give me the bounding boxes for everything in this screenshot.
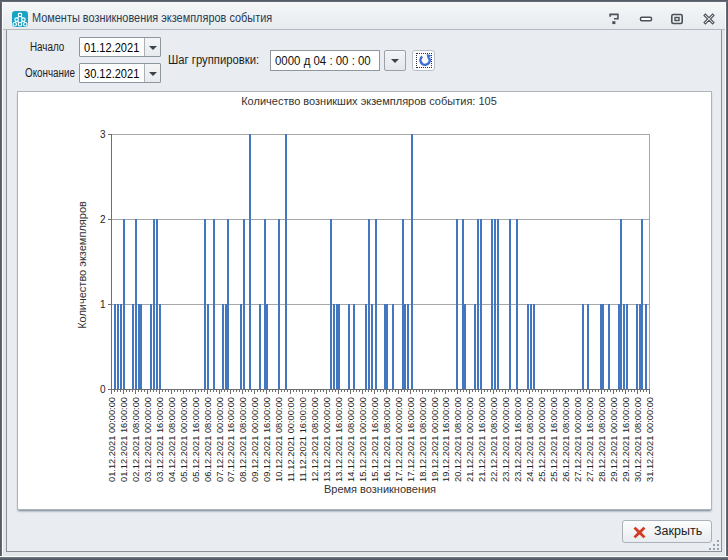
svg-text:1: 1 (100, 299, 106, 310)
svg-text:21.12.2021 00:00:00: 21.12.2021 00:00:00 (464, 397, 475, 482)
svg-text:28.12.2021 08:00:00: 28.12.2021 08:00:00 (596, 397, 607, 482)
svg-text:02.12.2021 08:00:00: 02.12.2021 08:00:00 (130, 397, 141, 482)
svg-text:11.12.2021 16:00:00: 11.12.2021 16:00:00 (297, 397, 308, 482)
svg-text:29.12.2021 16:00:00: 29.12.2021 16:00:00 (620, 397, 631, 482)
svg-text:12.12.2021 08:00:00: 12.12.2021 08:00:00 (309, 397, 320, 482)
svg-text:19.12.2021 16:00:00: 19.12.2021 16:00:00 (440, 397, 451, 482)
svg-text:Количество экземпляров: Количество экземпляров (76, 201, 88, 329)
svg-text:Время возникновения: Время возникновения (324, 483, 436, 495)
svg-text:0: 0 (100, 384, 106, 395)
svg-text:09.12.2021 00:00:00: 09.12.2021 00:00:00 (249, 397, 260, 482)
svg-text:2: 2 (100, 214, 106, 225)
svg-text:15.12.2021 00:00:00: 15.12.2021 00:00:00 (357, 397, 368, 482)
svg-text:06.12.2021 08:00:00: 06.12.2021 08:00:00 (202, 397, 213, 482)
svg-text:25.12.2021 00:00:00: 25.12.2021 00:00:00 (536, 397, 547, 482)
svg-text:07.12.2021 00:00:00: 07.12.2021 00:00:00 (214, 397, 225, 482)
svg-text:17.12.2021 00:00:00: 17.12.2021 00:00:00 (393, 397, 404, 482)
svg-text:03.12.2021 16:00:00: 03.12.2021 16:00:00 (154, 397, 165, 482)
svg-text:10.12.2021 08:00:00: 10.12.2021 08:00:00 (273, 397, 284, 482)
svg-text:11.12.2021 00:00:00: 11.12.2021 00:00:00 (285, 397, 296, 482)
svg-text:13.12.2021 00:00:00: 13.12.2021 00:00:00 (321, 397, 332, 482)
svg-text:04.12.2021 08:00:00: 04.12.2021 08:00:00 (166, 397, 177, 482)
svg-text:18.12.2021 08:00:00: 18.12.2021 08:00:00 (417, 397, 428, 482)
svg-text:27.12.2021 00:00:00: 27.12.2021 00:00:00 (572, 397, 583, 482)
svg-text:05.12.2021 00:00:00: 05.12.2021 00:00:00 (178, 397, 189, 482)
svg-text:22.12.2021 08:00:00: 22.12.2021 08:00:00 (488, 397, 499, 482)
svg-text:30.12.2021 08:00:00: 30.12.2021 08:00:00 (632, 397, 643, 482)
svg-text:17.12.2021 16:00:00: 17.12.2021 16:00:00 (405, 397, 416, 482)
svg-text:03.12.2021 00:00:00: 03.12.2021 00:00:00 (142, 397, 153, 482)
svg-text:24.12.2021 08:00:00: 24.12.2021 08:00:00 (524, 397, 535, 482)
svg-text:27.12.2021 16:00:00: 27.12.2021 16:00:00 (584, 397, 595, 482)
svg-text:19.12.2021 00:00:00: 19.12.2021 00:00:00 (429, 397, 440, 482)
svg-text:05.12.2021 16:00:00: 05.12.2021 16:00:00 (190, 397, 201, 482)
svg-text:14.12.2021 08:00:00: 14.12.2021 08:00:00 (345, 397, 356, 482)
svg-text:09.12.2021 16:00:00: 09.12.2021 16:00:00 (261, 397, 272, 482)
svg-text:20.12.2021 08:00:00: 20.12.2021 08:00:00 (452, 397, 463, 482)
svg-text:23.12.2021 16:00:00: 23.12.2021 16:00:00 (512, 397, 523, 482)
svg-text:08.12.2021 08:00:00: 08.12.2021 08:00:00 (237, 397, 248, 482)
svg-text:25.12.2021 16:00:00: 25.12.2021 16:00:00 (548, 397, 559, 482)
svg-text:3: 3 (100, 129, 106, 140)
svg-text:16.12.2021 08:00:00: 16.12.2021 08:00:00 (381, 397, 392, 482)
svg-text:01.12.2021 00:00:00: 01.12.2021 00:00:00 (106, 397, 117, 482)
svg-text:01.12.2021 16:00:00: 01.12.2021 16:00:00 (118, 397, 129, 482)
svg-text:15.12.2021 16:00:00: 15.12.2021 16:00:00 (369, 397, 380, 482)
svg-text:21.12.2021 16:00:00: 21.12.2021 16:00:00 (476, 397, 487, 482)
svg-text:31.12.2021 00:00:00: 31.12.2021 00:00:00 (644, 397, 655, 482)
svg-text:29.12.2021 00:00:00: 29.12.2021 00:00:00 (608, 397, 619, 482)
svg-text:07.12.2021 16:00:00: 07.12.2021 16:00:00 (225, 397, 236, 482)
svg-text:13.12.2021 16:00:00: 13.12.2021 16:00:00 (333, 397, 344, 482)
svg-text:26.12.2021 08:00:00: 26.12.2021 08:00:00 (560, 397, 571, 482)
svg-text:Количество возникших экземпляр: Количество возникших экземпляров события… (241, 95, 497, 107)
svg-text:23.12.2021 00:00:00: 23.12.2021 00:00:00 (500, 397, 511, 482)
